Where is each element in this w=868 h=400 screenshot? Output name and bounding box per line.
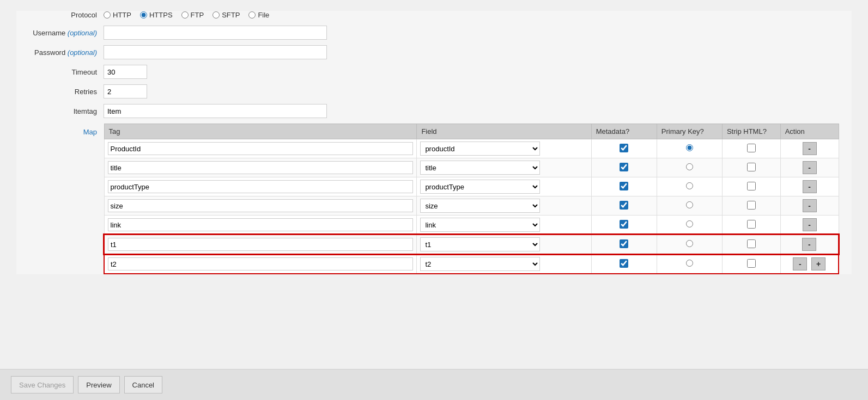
metadata-checkbox[interactable] bbox=[620, 259, 628, 268]
field-select[interactable]: t1 bbox=[420, 237, 540, 251]
cancel-button[interactable]: Cancel bbox=[124, 376, 162, 393]
metadata-checkbox[interactable] bbox=[620, 144, 628, 152]
tag-input[interactable] bbox=[108, 257, 413, 270]
protocol-file[interactable]: File bbox=[248, 11, 269, 19]
field-cell: t1 bbox=[417, 235, 591, 254]
tag-cell bbox=[104, 196, 417, 216]
primary-key-radio[interactable] bbox=[686, 220, 693, 227]
col-header-metadata: Metadata? bbox=[591, 124, 657, 139]
itemtag-input[interactable] bbox=[104, 104, 327, 118]
metadata-cell bbox=[591, 196, 657, 216]
field-select[interactable]: t2 bbox=[420, 257, 540, 271]
tag-input[interactable] bbox=[108, 238, 413, 251]
table-row: t1 bbox=[104, 235, 839, 254]
strip-html-checkbox[interactable] bbox=[747, 201, 756, 210]
remove-row-button[interactable]: - bbox=[793, 257, 807, 270]
metadata-cell bbox=[591, 235, 657, 254]
col-header-action: Action bbox=[780, 124, 839, 139]
metadata-checkbox[interactable] bbox=[620, 239, 628, 248]
protocol-https[interactable]: HTTPS bbox=[140, 11, 173, 19]
tag-input[interactable] bbox=[108, 199, 414, 212]
action-cell: - bbox=[780, 139, 839, 158]
retries-input[interactable] bbox=[104, 84, 147, 99]
protocol-sftp-label: SFTP bbox=[222, 11, 240, 19]
primary-key-cell bbox=[657, 216, 722, 235]
remove-row-button[interactable]: - bbox=[803, 218, 817, 231]
strip-html-checkbox[interactable] bbox=[747, 259, 756, 268]
field-cell: size bbox=[417, 196, 591, 216]
field-select[interactable]: link bbox=[420, 218, 540, 232]
password-label: Password (optional) bbox=[16, 48, 104, 57]
protocol-http-radio[interactable] bbox=[104, 11, 111, 19]
protocol-http[interactable]: HTTP bbox=[104, 11, 131, 19]
protocol-file-label: File bbox=[258, 11, 269, 19]
protocol-ftp-label: FTP bbox=[191, 11, 204, 19]
protocol-https-radio[interactable] bbox=[140, 11, 147, 19]
strip-html-cell bbox=[722, 139, 780, 158]
tag-cell bbox=[104, 254, 417, 274]
primary-key-cell bbox=[657, 158, 722, 177]
action-cell: - bbox=[780, 196, 839, 216]
timeout-input[interactable] bbox=[104, 65, 147, 79]
strip-html-checkbox[interactable] bbox=[747, 220, 756, 229]
password-optional: (optional) bbox=[68, 48, 97, 57]
strip-html-checkbox[interactable] bbox=[747, 182, 756, 190]
primary-key-cell bbox=[657, 177, 722, 196]
metadata-checkbox[interactable] bbox=[620, 201, 628, 210]
strip-html-cell bbox=[722, 158, 780, 177]
primary-key-radio[interactable] bbox=[686, 201, 693, 208]
tag-cell bbox=[104, 216, 417, 235]
tag-input[interactable] bbox=[108, 161, 414, 174]
password-input[interactable] bbox=[104, 45, 327, 59]
add-row-button[interactable]: + bbox=[811, 257, 825, 270]
primary-key-radio[interactable] bbox=[686, 260, 693, 267]
protocol-sftp[interactable]: SFTP bbox=[213, 11, 240, 19]
metadata-cell bbox=[591, 139, 657, 158]
table-row: link bbox=[104, 216, 839, 235]
tag-input[interactable] bbox=[108, 142, 414, 155]
field-select[interactable]: productType bbox=[420, 180, 540, 194]
table-row: title bbox=[104, 158, 839, 177]
preview-button[interactable]: Preview bbox=[78, 376, 119, 393]
primary-key-radio[interactable] bbox=[686, 144, 693, 151]
protocol-sftp-radio[interactable] bbox=[213, 11, 220, 19]
username-input[interactable] bbox=[104, 26, 327, 40]
metadata-checkbox[interactable] bbox=[620, 182, 628, 190]
primary-key-radio[interactable] bbox=[686, 182, 693, 189]
remove-row-button[interactable]: - bbox=[803, 180, 817, 193]
tag-input[interactable] bbox=[108, 218, 414, 231]
field-select[interactable]: productId bbox=[420, 141, 540, 156]
strip-html-checkbox[interactable] bbox=[747, 163, 756, 171]
strip-html-cell bbox=[722, 196, 780, 216]
username-optional: (optional) bbox=[68, 29, 97, 37]
table-row: t2 bbox=[104, 254, 839, 274]
metadata-checkbox[interactable] bbox=[620, 163, 628, 171]
remove-row-button[interactable]: - bbox=[803, 142, 817, 155]
remove-row-button[interactable]: - bbox=[803, 161, 817, 174]
primary-key-radio[interactable] bbox=[686, 163, 693, 170]
username-label: Username (optional) bbox=[16, 29, 104, 37]
remove-row-button[interactable]: - bbox=[802, 238, 816, 251]
save-changes-button[interactable]: Save Changes bbox=[11, 376, 74, 393]
protocol-file-radio[interactable] bbox=[248, 11, 256, 19]
action-cell: - bbox=[780, 177, 839, 196]
timeout-label: Timeout bbox=[16, 68, 104, 76]
protocol-ftp[interactable]: FTP bbox=[181, 11, 204, 19]
col-header-tag: Tag bbox=[104, 124, 417, 139]
metadata-cell bbox=[591, 254, 657, 274]
protocol-ftp-radio[interactable] bbox=[181, 11, 189, 19]
protocol-label: Protocol bbox=[16, 11, 104, 19]
strip-html-checkbox[interactable] bbox=[747, 144, 756, 152]
field-select[interactable]: title bbox=[420, 161, 540, 175]
metadata-checkbox[interactable] bbox=[620, 220, 628, 229]
strip-html-checkbox[interactable] bbox=[747, 239, 756, 248]
tag-input[interactable] bbox=[108, 180, 414, 193]
field-cell: title bbox=[417, 158, 591, 177]
field-cell: t2 bbox=[417, 254, 591, 274]
col-header-primary-key: Primary Key? bbox=[657, 124, 722, 139]
col-header-strip-html: Strip HTML? bbox=[722, 124, 780, 139]
primary-key-radio[interactable] bbox=[686, 240, 693, 247]
field-select[interactable]: size bbox=[420, 199, 540, 213]
map-table-wrapper: Tag Field Metadata? Primary Key? Strip H… bbox=[104, 124, 852, 274]
remove-row-button[interactable]: - bbox=[803, 199, 817, 212]
